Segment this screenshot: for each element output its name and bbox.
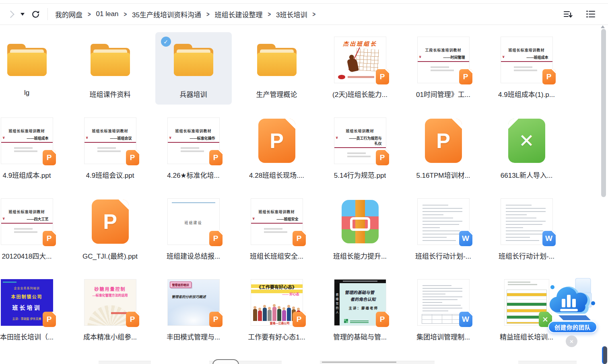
item-icon-zone: 杰出班组长 P <box>322 32 398 88</box>
file-item[interactable]: 看睡觉的人 管理的基础与管者的角色认知主讲：廖雄老师 P管理的基础与管... <box>322 275 398 347</box>
team-cloud-icon[interactable] <box>546 276 598 323</box>
file-item[interactable]: PGC_TJI.(最終).ppt <box>72 194 148 266</box>
next-row-logo-sliver <box>212 359 239 364</box>
item-icon-zone: 工段长标准培训教材——时间管理 ∨ P <box>405 32 482 88</box>
company-logo <box>338 75 345 79</box>
folder-item[interactable]: ✓兵器培训 <box>155 32 232 105</box>
breadcrumb-item[interactable]: 01 lean <box>96 10 119 18</box>
folder-item[interactable]: 生产管理概论 <box>239 32 315 105</box>
excel-file-icon: ✕ <box>508 119 545 163</box>
breadcrumb-separator-icon: > <box>124 10 127 18</box>
file-item[interactable]: 管理者的培训管理者的分析技巧概述P丰田模式管理与... <box>155 275 232 347</box>
file-item[interactable]: 班组长标准培训教材——班组会议 ∨ P4.9班组会议.ppt <box>72 113 148 185</box>
file-item[interactable]: W集团培训管理制... <box>405 275 482 347</box>
cover-logo-mark: ∨ <box>2 136 5 140</box>
ppt-badge-icon: P <box>293 231 306 246</box>
file-item[interactable]: 班组长标准培训教材——班组成本 ∨ P4.9班组成本(1).p... <box>488 32 565 105</box>
file-item[interactable]: 班组长标准培训教材——班组成本 ∨ P4.9班组成本.ppt <box>0 113 65 185</box>
promo-dismiss-button[interactable]: × <box>566 335 577 347</box>
file-item[interactable]: 企业业务系列培训 本田制锁公司班长培训主讲：李政韶 伊东克美P本田班长培训（..… <box>0 275 65 347</box>
ppt-badge-icon: P <box>43 150 56 165</box>
file-thumbnail: 班组建设P <box>167 198 220 245</box>
cover-logo-mark: ∨ <box>2 216 5 220</box>
ppt-badge-icon: P <box>126 150 139 165</box>
item-label: 5.16TPM培训材... <box>416 170 470 180</box>
item-label: 成本精准小组参... <box>83 331 137 341</box>
item-icon-zone: 企业业务系列培训 本田制锁公司班长培训主讲：李政韶 伊东克美P <box>0 275 65 330</box>
refresh-button[interactable] <box>31 10 40 19</box>
item-icon-zone: 管理者的培训管理者的分析技巧概述P <box>155 275 232 330</box>
item-icon-zone: 班组长标准培训教材——班组会议 ∨ P <box>72 113 148 169</box>
forward-button[interactable] <box>6 12 15 17</box>
item-icon-zone: 班组建设P <box>155 194 232 249</box>
file-thumbnail: 管理者的培训管理者的分析技巧概述P <box>167 279 220 326</box>
breadcrumb-item[interactable]: 我的网盘 <box>55 9 82 19</box>
ppt-badge-icon: P <box>126 312 139 327</box>
item-label: 本田班长培训（... <box>0 331 54 341</box>
folder-item[interactable]: lg <box>0 32 65 105</box>
file-thumbnail: W <box>417 279 470 326</box>
file-item[interactable]: 砂糖用量控制—标准化管理方法的运用 P成本精准小组参... <box>72 275 148 347</box>
ppt-badge-icon: P <box>459 69 472 84</box>
file-item[interactable]: 班组建设P班组建设总结报... <box>155 194 232 266</box>
item-icon-zone <box>155 32 232 88</box>
word-badge-icon: W <box>542 231 556 246</box>
ppt-badge-icon: P <box>376 150 389 165</box>
file-thumbnail: W <box>417 198 470 245</box>
file-item[interactable]: 班组长标准培训教材——班组安全 ∨ P班组长班组安全... <box>239 194 315 266</box>
forward-chevron-icon <box>7 10 14 18</box>
ppt-badge-icon: P <box>43 312 56 327</box>
breadcrumb-item[interactable]: 班组长建设整理 <box>214 9 262 19</box>
breadcrumb-separator-icon: > <box>206 10 210 18</box>
item-label: 4.28班组长现场.... <box>249 170 304 180</box>
file-item[interactable]: 班组长标准培训教材——标准化操作 ∨ P4.26★标准化培... <box>155 113 232 185</box>
file-item[interactable]: 班组长标准培训教材——四大工艺 ∨ P20120418四大... <box>0 194 65 266</box>
dropdown-caret-icon <box>21 13 25 16</box>
breadcrumb-item[interactable]: 35生产线培训资料沟通 <box>132 9 201 19</box>
file-item[interactable]: 班组长能力提升... <box>322 194 398 266</box>
file-item[interactable]: ✕6613L新人导入... <box>488 113 565 185</box>
ppt-file-icon: P <box>92 199 129 244</box>
scrollbar-up-arrow[interactable] <box>601 25 605 28</box>
item-label: 5.14行为规范.ppt <box>334 170 386 180</box>
breadcrumb-separator-icon: > <box>88 10 91 18</box>
item-icon-zone: 班组长培训教材——员工行为规范与礼仪 ∨ P <box>322 113 398 169</box>
folder-icon <box>91 44 130 76</box>
company-logo <box>344 319 348 323</box>
list-view-icon <box>585 9 596 19</box>
breadcrumb-item[interactable]: 3班长培训 <box>276 9 307 19</box>
history-dropdown-button[interactable] <box>15 13 30 16</box>
item-icon-zone <box>322 194 398 249</box>
scrollbar-bottom-nub[interactable] <box>602 346 607 364</box>
file-item[interactable]: P4.28班组长现场.... <box>239 113 315 185</box>
file-item[interactable]: 《工作要有好心态》 —— 好心态 富维—江森公司P工作要有好心态1... <box>239 275 315 347</box>
cover-logo-mark: ∨ <box>502 55 505 59</box>
file-thumbnail: 班组长标准培训教材——班组会议 ∨ P <box>84 117 136 164</box>
folder-item[interactable]: 班组课件资料 <box>72 32 148 105</box>
item-label: 班组课件资料 <box>90 89 131 99</box>
item-icon-zone: ✕ <box>488 113 565 169</box>
file-item[interactable]: 班组长培训教材——员工行为规范与礼仪 ∨ P5.14行为规范.ppt <box>322 113 398 185</box>
file-item[interactable]: 杰出班组长 P(2天)班组长能力... <box>322 32 398 105</box>
item-label: lg <box>24 89 29 97</box>
file-thumbnail: 工段长标准培训教材——时间管理 ∨ P <box>417 37 470 83</box>
file-item[interactable]: W班组长行动计划-... <box>405 194 482 266</box>
ppt-badge-icon: P <box>376 312 389 327</box>
item-label: 班组建设总结报... <box>167 251 220 261</box>
breadcrumb-separator-icon: > <box>313 10 316 18</box>
item-label: 兵器培训 <box>180 89 207 99</box>
item-label: 4.9班组成本(1).p... <box>498 89 555 99</box>
file-item[interactable]: W班组长行动计划-... <box>488 194 565 266</box>
list-view-button[interactable] <box>585 9 596 19</box>
sort-descending-icon <box>563 9 573 19</box>
file-item[interactable]: P5.16TPM培训材... <box>405 113 482 185</box>
sort-button[interactable] <box>563 9 573 19</box>
file-thumbnail: 企业业务系列培训 本田制锁公司班长培训主讲：李政韶 伊东克美P <box>1 279 53 326</box>
item-icon-zone: P <box>239 113 315 169</box>
ppt-badge-icon: P <box>209 312 223 327</box>
scrollbar-thumb[interactable] <box>601 29 606 197</box>
file-item[interactable]: 工段长标准培训教材——时间管理 ∨ P01时间管理》工... <box>405 32 482 105</box>
create-team-button[interactable]: 创建你的团队 <box>548 321 597 333</box>
next-row-sliver <box>518 361 577 364</box>
file-thumbnail: 《工作要有好心态》 —— 好心态 富维—江森公司P <box>251 279 303 326</box>
